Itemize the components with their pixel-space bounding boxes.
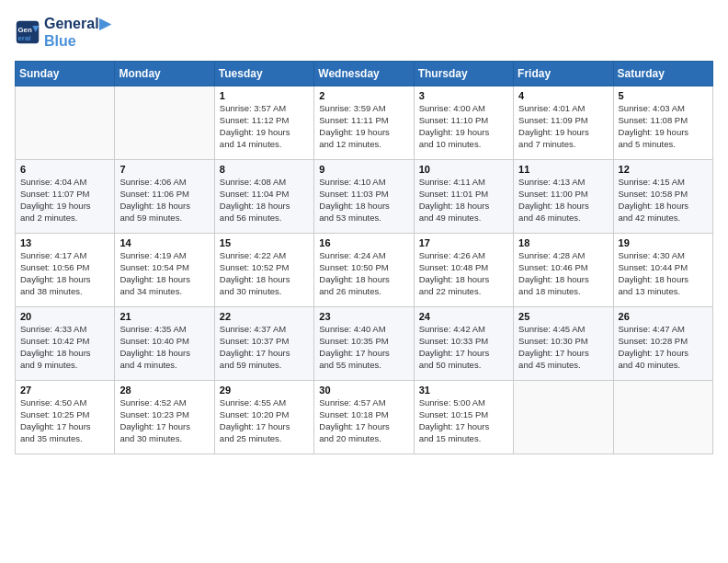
calendar-day-7: 7Sunrise: 4:06 AM Sunset: 11:06 PM Dayli… [115,160,214,234]
day-detail: Sunrise: 4:35 AM Sunset: 10:40 PM Daylig… [119,324,209,371]
calendar-day-25: 25Sunrise: 4:45 AM Sunset: 10:30 PM Dayl… [514,307,613,381]
day-detail: Sunrise: 4:30 AM Sunset: 10:44 PM Daylig… [619,250,708,297]
calendar-day-23: 23Sunrise: 4:40 AM Sunset: 10:35 PM Dayl… [314,307,414,381]
logo-text: General▶ Blue [44,15,110,50]
calendar-day-14: 14Sunrise: 4:19 AM Sunset: 10:54 PM Dayl… [115,234,214,307]
day-number: 4 [518,90,608,101]
weekday-header-friday: Friday [514,62,613,86]
day-number: 24 [419,311,508,322]
day-number: 5 [619,90,708,101]
day-detail: Sunrise: 4:55 AM Sunset: 10:20 PM Daylig… [220,397,309,444]
day-detail: Sunrise: 4:45 AM Sunset: 10:30 PM Daylig… [518,324,608,371]
calendar-day-9: 9Sunrise: 4:10 AM Sunset: 11:03 PM Dayli… [314,160,414,234]
calendar-day-empty [514,381,613,454]
calendar-week-row: 27Sunrise: 4:50 AM Sunset: 10:25 PM Dayl… [16,381,713,454]
day-detail: Sunrise: 4:24 AM Sunset: 10:50 PM Daylig… [319,250,408,297]
day-number: 12 [619,164,708,175]
calendar-day-11: 11Sunrise: 4:13 AM Sunset: 11:00 PM Dayl… [514,160,613,234]
day-detail: Sunrise: 4:04 AM Sunset: 11:07 PM Daylig… [20,177,109,224]
day-number: 19 [619,237,708,248]
day-detail: Sunrise: 4:11 AM Sunset: 11:01 PM Daylig… [419,177,508,224]
day-detail: Sunrise: 3:59 AM Sunset: 11:11 PM Daylig… [319,103,408,150]
day-detail: Sunrise: 4:52 AM Sunset: 10:23 PM Daylig… [119,397,209,444]
day-detail: Sunrise: 4:57 AM Sunset: 10:18 PM Daylig… [319,397,408,444]
calendar-week-row: 20Sunrise: 4:33 AM Sunset: 10:42 PM Dayl… [16,307,713,381]
day-number: 29 [220,385,309,396]
day-number: 31 [419,385,508,396]
day-detail: Sunrise: 4:00 AM Sunset: 11:10 PM Daylig… [419,103,508,150]
calendar-day-24: 24Sunrise: 4:42 AM Sunset: 10:33 PM Dayl… [414,307,513,381]
calendar-day-empty [115,86,214,160]
day-number: 9 [319,164,408,175]
svg-text:Gen: Gen [18,26,32,34]
day-number: 6 [20,164,109,175]
day-detail: Sunrise: 4:22 AM Sunset: 10:52 PM Daylig… [220,250,309,297]
day-detail: Sunrise: 4:19 AM Sunset: 10:54 PM Daylig… [119,250,209,297]
calendar-day-8: 8Sunrise: 4:08 AM Sunset: 11:04 PM Dayli… [214,160,313,234]
logo: Gen eral General▶ Blue [15,15,110,50]
day-number: 20 [20,311,109,322]
weekday-header-sunday: Sunday [16,62,115,86]
calendar-day-20: 20Sunrise: 4:33 AM Sunset: 10:42 PM Dayl… [16,307,115,381]
day-number: 26 [619,311,708,322]
day-number: 18 [518,237,608,248]
day-number: 1 [220,90,309,101]
day-detail: Sunrise: 4:08 AM Sunset: 11:04 PM Daylig… [220,177,309,224]
day-number: 3 [419,90,508,101]
calendar-day-30: 30Sunrise: 4:57 AM Sunset: 10:18 PM Dayl… [314,381,414,454]
logo-icon: Gen eral [15,19,40,45]
calendar-day-31: 31Sunrise: 5:00 AM Sunset: 10:15 PM Dayl… [414,381,513,454]
calendar-day-12: 12Sunrise: 4:15 AM Sunset: 10:58 PM Dayl… [613,160,712,234]
day-detail: Sunrise: 4:17 AM Sunset: 10:56 PM Daylig… [20,250,109,297]
day-number: 30 [319,385,408,396]
day-number: 7 [119,164,209,175]
day-number: 16 [319,237,408,248]
calendar-day-2: 2Sunrise: 3:59 AM Sunset: 11:11 PM Dayli… [314,86,414,160]
day-detail: Sunrise: 4:01 AM Sunset: 11:09 PM Daylig… [518,103,608,150]
page-header: Gen eral General▶ Blue [15,15,713,50]
calendar-day-27: 27Sunrise: 4:50 AM Sunset: 10:25 PM Dayl… [16,381,115,454]
day-detail: Sunrise: 3:57 AM Sunset: 11:12 PM Daylig… [220,103,309,150]
weekday-header-row: SundayMondayTuesdayWednesdayThursdayFrid… [16,62,713,86]
weekday-header-saturday: Saturday [613,62,712,86]
day-number: 2 [319,90,408,101]
calendar-day-19: 19Sunrise: 4:30 AM Sunset: 10:44 PM Dayl… [613,234,712,307]
weekday-header-monday: Monday [115,62,214,86]
calendar-week-row: 1Sunrise: 3:57 AM Sunset: 11:12 PM Dayli… [16,86,713,160]
day-number: 27 [20,385,109,396]
day-detail: Sunrise: 4:13 AM Sunset: 11:00 PM Daylig… [518,177,608,224]
calendar-day-empty [16,86,115,160]
day-detail: Sunrise: 4:33 AM Sunset: 10:42 PM Daylig… [20,324,109,371]
calendar-day-17: 17Sunrise: 4:26 AM Sunset: 10:48 PM Dayl… [414,234,513,307]
calendar-day-6: 6Sunrise: 4:04 AM Sunset: 11:07 PM Dayli… [16,160,115,234]
day-number: 8 [220,164,309,175]
calendar-day-26: 26Sunrise: 4:47 AM Sunset: 10:28 PM Dayl… [613,307,712,381]
day-detail: Sunrise: 4:28 AM Sunset: 10:46 PM Daylig… [518,250,608,297]
calendar-day-16: 16Sunrise: 4:24 AM Sunset: 10:50 PM Dayl… [314,234,414,307]
weekday-header-wednesday: Wednesday [314,62,414,86]
calendar-day-15: 15Sunrise: 4:22 AM Sunset: 10:52 PM Dayl… [214,234,313,307]
calendar-week-row: 6Sunrise: 4:04 AM Sunset: 11:07 PM Dayli… [16,160,713,234]
day-number: 28 [119,385,209,396]
day-detail: Sunrise: 4:37 AM Sunset: 10:37 PM Daylig… [220,324,309,371]
day-number: 22 [220,311,309,322]
calendar-day-22: 22Sunrise: 4:37 AM Sunset: 10:37 PM Dayl… [214,307,313,381]
day-number: 11 [518,164,608,175]
calendar-week-row: 13Sunrise: 4:17 AM Sunset: 10:56 PM Dayl… [16,234,713,307]
calendar-day-3: 3Sunrise: 4:00 AM Sunset: 11:10 PM Dayli… [414,86,513,160]
day-detail: Sunrise: 4:40 AM Sunset: 10:35 PM Daylig… [319,324,408,371]
calendar-day-21: 21Sunrise: 4:35 AM Sunset: 10:40 PM Dayl… [115,307,214,381]
calendar-day-10: 10Sunrise: 4:11 AM Sunset: 11:01 PM Dayl… [414,160,513,234]
day-number: 25 [518,311,608,322]
calendar-day-18: 18Sunrise: 4:28 AM Sunset: 10:46 PM Dayl… [514,234,613,307]
weekday-header-thursday: Thursday [414,62,513,86]
day-detail: Sunrise: 4:47 AM Sunset: 10:28 PM Daylig… [619,324,708,371]
day-number: 23 [319,311,408,322]
weekday-header-tuesday: Tuesday [214,62,313,86]
day-detail: Sunrise: 4:50 AM Sunset: 10:25 PM Daylig… [20,397,109,444]
day-detail: Sunrise: 4:03 AM Sunset: 11:08 PM Daylig… [619,103,708,150]
day-number: 14 [119,237,209,248]
day-detail: Sunrise: 4:10 AM Sunset: 11:03 PM Daylig… [319,177,408,224]
calendar-day-28: 28Sunrise: 4:52 AM Sunset: 10:23 PM Dayl… [115,381,214,454]
day-detail: Sunrise: 4:42 AM Sunset: 10:33 PM Daylig… [419,324,508,371]
